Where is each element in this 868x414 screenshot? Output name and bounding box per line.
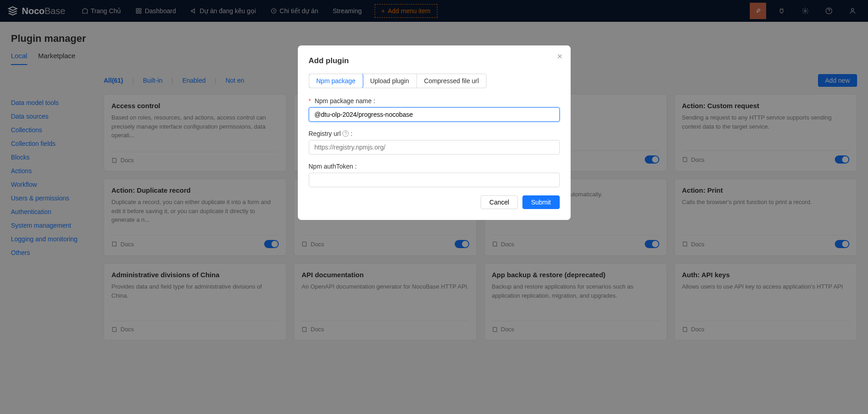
modal-title: Add plugin bbox=[309, 56, 560, 65]
modal-close-button[interactable] bbox=[556, 53, 563, 60]
tab-compressed-url[interactable]: Compressed file url bbox=[417, 74, 487, 88]
form-group-registry: Registry url ? : bbox=[309, 130, 560, 155]
modal-overlay[interactable]: Add plugin Npm package Upload plugin Com… bbox=[0, 0, 868, 351]
form-group-token: Npm authToken : bbox=[309, 163, 560, 187]
registry-url-input[interactable] bbox=[309, 140, 560, 155]
submit-button[interactable]: Submit bbox=[522, 195, 560, 209]
auth-token-input[interactable] bbox=[309, 173, 560, 187]
package-label: Npm package name : bbox=[309, 97, 560, 105]
token-label: Npm authToken : bbox=[309, 163, 560, 170]
registry-label-text: Registry url bbox=[309, 130, 341, 137]
modal-tabs: Npm package Upload plugin Compressed fil… bbox=[309, 74, 487, 88]
cancel-button[interactable]: Cancel bbox=[481, 195, 518, 209]
modal-footer: Cancel Submit bbox=[309, 195, 560, 209]
close-icon bbox=[556, 53, 563, 60]
form-group-package: Npm package name : bbox=[309, 97, 560, 122]
colon: : bbox=[351, 130, 352, 137]
registry-label: Registry url ? : bbox=[309, 130, 560, 137]
help-icon[interactable]: ? bbox=[342, 130, 349, 137]
package-name-input[interactable] bbox=[309, 107, 560, 122]
tab-npm-package[interactable]: Npm package bbox=[309, 74, 363, 88]
tab-upload-plugin[interactable]: Upload plugin bbox=[363, 74, 417, 88]
add-plugin-modal: Add plugin Npm package Upload plugin Com… bbox=[298, 45, 571, 220]
